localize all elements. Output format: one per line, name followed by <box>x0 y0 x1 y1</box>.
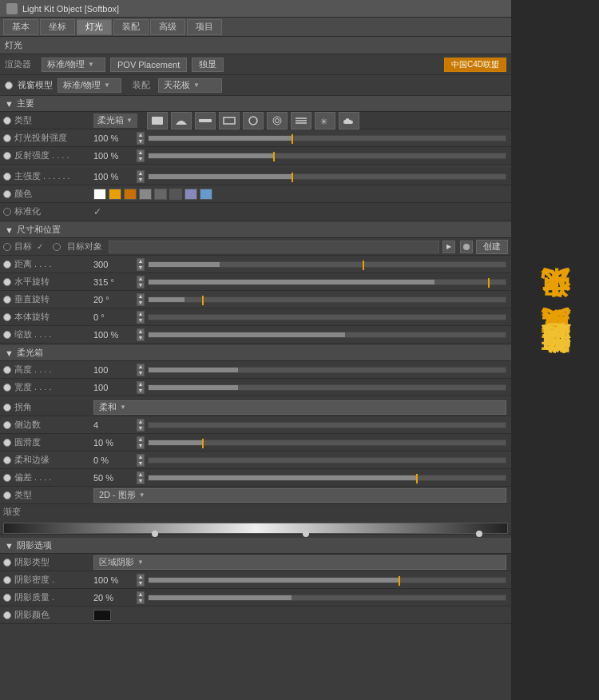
soft-edge-radio[interactable] <box>3 456 11 464</box>
shadow-quality-radio[interactable] <box>3 594 11 602</box>
type-radio[interactable] <box>3 117 11 125</box>
color-swatch-darkest[interactable] <box>169 189 182 200</box>
tab-project[interactable]: 项目 <box>187 19 222 35</box>
light-icon-strip[interactable] <box>291 112 311 129</box>
scale-radio[interactable] <box>3 331 11 339</box>
target-play-btn[interactable]: ▶ <box>442 241 455 253</box>
shadow-density-slider[interactable] <box>148 577 506 583</box>
target-obj-input[interactable] <box>109 241 439 253</box>
body-rotation-spinbox[interactable]: ▲ ▼ <box>137 311 145 324</box>
softbox-section[interactable]: ▼ 柔光箱 <box>0 345 511 361</box>
h-rotation-radio[interactable] <box>3 278 11 286</box>
body-rotation-radio[interactable] <box>3 313 11 321</box>
sides-slider[interactable] <box>148 422 506 428</box>
v-rotation-slider[interactable] <box>148 296 506 303</box>
tab-advanced[interactable]: 高级 <box>150 19 185 35</box>
shadow-density-radio[interactable] <box>3 576 11 584</box>
viewport-radio[interactable] <box>5 82 13 89</box>
light-icon-ring[interactable] <box>267 112 288 129</box>
size-pos-section[interactable]: ▼ 尺寸和位置 <box>0 222 511 238</box>
h-rotation-spinbox[interactable]: ▲ ▼ <box>137 276 145 288</box>
offset-radio[interactable] <box>3 474 11 482</box>
distance-radio[interactable] <box>3 261 11 268</box>
gradient-bar[interactable] <box>3 523 508 534</box>
h-rotation-slider[interactable] <box>148 279 506 285</box>
offset-spinbox[interactable]: ▲ ▼ <box>137 471 145 484</box>
shadow-section[interactable]: ▼ 阴影选项 <box>0 538 511 554</box>
main-subsection[interactable]: ▼ 主要 <box>0 96 511 112</box>
height-radio[interactable] <box>3 366 11 374</box>
light-icon-rect[interactable] <box>147 112 168 129</box>
width-spinbox[interactable]: ▲ ▼ <box>137 381 145 394</box>
tab-light[interactable]: 灯光 <box>77 19 112 35</box>
color-swatch-gray[interactable] <box>139 189 152 200</box>
width-slider[interactable] <box>148 384 506 391</box>
china-c4d-btn[interactable]: 中国C4D联盟 <box>444 58 506 72</box>
smoothness-slider[interactable] <box>148 439 506 446</box>
type2-radio[interactable] <box>3 491 11 499</box>
smoothness-spinbox[interactable]: ▲ ▼ <box>137 436 145 449</box>
type-dropdown[interactable]: 柔光箱 ▼ <box>93 113 137 128</box>
gradient-handle-right[interactable] <box>476 531 482 537</box>
color-swatch-darkgray[interactable] <box>154 189 167 200</box>
gradient-handle-mid[interactable] <box>303 531 309 537</box>
shadow-type-radio[interactable] <box>3 559 11 567</box>
color-swatch-darkorange[interactable] <box>124 189 137 200</box>
scale-spinbox[interactable]: ▲ ▼ <box>137 328 145 341</box>
intensity-down[interactable]: ▼ <box>137 138 145 145</box>
tab-mapping[interactable]: 装配 <box>113 19 149 35</box>
color-swatch-orange[interactable] <box>109 189 121 200</box>
target-obj-radio[interactable] <box>53 243 61 251</box>
reflection-slider[interactable] <box>148 153 506 159</box>
soft-edge-slider[interactable] <box>148 457 506 463</box>
soft-edge-spinbox[interactable]: ▲ ▼ <box>137 454 145 467</box>
sides-spinbox[interactable]: ▲ ▼ <box>137 419 145 432</box>
main-intensity-spinbox[interactable]: ▲ ▼ <box>137 170 145 183</box>
offset-slider[interactable] <box>148 475 506 481</box>
viewport-dropdown[interactable]: 标准/物理 ▼ <box>58 78 121 93</box>
color-swatch-white[interactable] <box>93 189 106 200</box>
shadow-density-spinbox[interactable]: ▲ ▼ <box>137 574 145 587</box>
intensity-radio[interactable] <box>3 134 11 142</box>
renderer-dropdown[interactable]: 标准/物理 ▼ <box>42 58 105 72</box>
scale-slider[interactable] <box>148 332 506 338</box>
shadow-quality-slider[interactable] <box>148 595 506 601</box>
tab-basic[interactable]: 基本 <box>3 19 38 35</box>
distance-slider[interactable] <box>148 261 506 268</box>
color-swatch-blue2[interactable] <box>200 189 212 200</box>
target-checkbox[interactable]: ✓ <box>37 242 43 251</box>
v-rotation-spinbox[interactable]: ▲ ▼ <box>137 293 145 306</box>
shadow-color-swatch[interactable] <box>93 610 111 621</box>
gradient-handle-left[interactable] <box>152 531 158 537</box>
intensity-up[interactable]: ▲ <box>137 132 145 138</box>
light-icon-box[interactable] <box>219 112 240 129</box>
scroll-area[interactable]: ▼ 主要 类型 柔光箱 ▼ <box>0 96 511 700</box>
main-intensity-radio[interactable] <box>3 173 11 181</box>
normalize-radio[interactable] <box>3 208 11 216</box>
light-icon-circle[interactable] <box>243 112 264 129</box>
intensity-slider[interactable] <box>148 135 506 141</box>
light-icon-flat[interactable] <box>195 112 216 129</box>
corner-radio[interactable] <box>3 404 11 412</box>
width-radio[interactable] <box>3 384 11 392</box>
reflection-spinbox[interactable]: ▲ ▼ <box>137 149 145 162</box>
intensity-spinbox[interactable]: ▲ ▼ <box>137 132 145 145</box>
shadow-color-radio[interactable] <box>3 611 11 619</box>
ceiling-dropdown[interactable]: 天花板 ▼ <box>158 78 222 93</box>
sides-radio[interactable] <box>3 421 11 429</box>
tab-coords[interactable]: 坐标 <box>40 19 75 35</box>
height-spinbox[interactable]: ▲ ▼ <box>137 364 145 376</box>
create-btn[interactable]: 创建 <box>476 240 508 254</box>
type2-dropdown[interactable]: 2D - 图形 ▼ <box>93 488 506 503</box>
color-radio[interactable] <box>3 190 11 198</box>
shadow-quality-spinbox[interactable]: ▲ ▼ <box>137 591 145 604</box>
body-rotation-slider[interactable] <box>148 314 506 320</box>
main-intensity-slider[interactable] <box>148 173 506 180</box>
gradient-container[interactable] <box>3 523 508 534</box>
light-icon-dome[interactable] <box>171 112 192 129</box>
v-rotation-radio[interactable] <box>3 296 11 304</box>
corner-dropdown[interactable]: 柔和 ▼ <box>93 400 506 415</box>
normalize-check[interactable]: ✓ <box>93 206 101 217</box>
solo-btn[interactable]: 独显 <box>192 58 224 72</box>
pov-placement-btn[interactable]: POV Placement <box>110 58 187 72</box>
